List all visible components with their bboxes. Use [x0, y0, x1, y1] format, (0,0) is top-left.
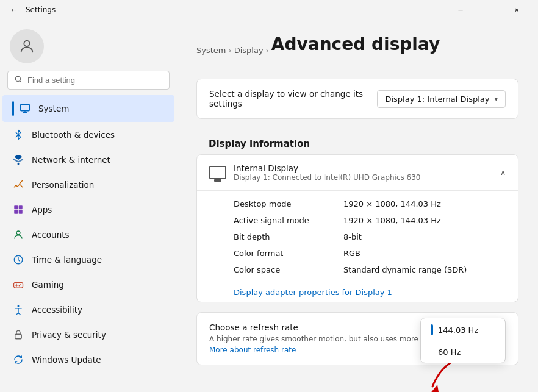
- display-dropdown[interactable]: Display 1: Internal Display ▾: [377, 90, 506, 108]
- svg-rect-4: [14, 205, 18, 209]
- close-button[interactable]: ✕: [503, 0, 531, 20]
- chevron-down-icon: ▾: [494, 95, 498, 103]
- search-icon: [14, 75, 23, 85]
- display-selector-card: Select a display to view or change its s…: [196, 79, 518, 119]
- sidebar-item-label: Network & internet: [32, 155, 110, 165]
- info-row-bitdepth: Bit depth 8-bit: [234, 229, 506, 245]
- info-rows: Desktop mode 1920 × 1080, 144.03 Hz Acti…: [197, 191, 518, 283]
- sidebar-item-personalization[interactable]: Personalization: [2, 173, 174, 197]
- sidebar-item-network[interactable]: Network & internet: [2, 148, 174, 172]
- display-info-header[interactable]: Internal Display Display 1: Connected to…: [197, 155, 518, 191]
- display-name-block: Internal Display Display 1: Connected to…: [234, 163, 421, 182]
- info-label-colorformat: Color format: [234, 249, 331, 258]
- info-row-desktop: Desktop mode 1920 × 1080, 144.03 Hz: [234, 196, 506, 212]
- breadcrumb-display[interactable]: Display: [234, 46, 264, 55]
- breadcrumb: System › Display › Advanced display: [196, 34, 518, 66]
- sidebar-item-label: Accessibility: [32, 305, 82, 315]
- sidebar-item-label: Apps: [32, 205, 52, 215]
- accounts-icon: [12, 229, 24, 241]
- sidebar-item-label: System: [38, 104, 69, 113]
- titlebar: ← Settings ─ □ ✕: [0, 0, 538, 20]
- update-icon: [12, 354, 24, 366]
- sidebar: System Bluetooth & devices: [0, 20, 177, 392]
- accessibility-icon: [12, 304, 24, 316]
- sidebar-item-update[interactable]: Windows Update: [2, 347, 174, 372]
- app-body: System Bluetooth & devices: [0, 20, 538, 392]
- svg-rect-2: [21, 104, 30, 111]
- svg-point-0: [24, 41, 29, 46]
- sidebar-item-label: Time & language: [32, 255, 102, 265]
- sidebar-item-label: Personalization: [32, 180, 94, 190]
- refresh-option-60[interactable]: 60 Hz: [421, 341, 505, 363]
- svg-point-11: [20, 284, 21, 285]
- display-name: Internal Display: [234, 163, 421, 173]
- info-row-colorformat: Color format RGB: [234, 245, 506, 262]
- time-icon: [12, 254, 24, 266]
- network-icon: [12, 154, 24, 166]
- minimize-button[interactable]: ─: [447, 0, 475, 20]
- svg-point-8: [16, 231, 20, 235]
- selected-indicator: [431, 324, 433, 335]
- sidebar-item-label: Bluetooth & devices: [32, 130, 115, 140]
- svg-rect-14: [15, 334, 22, 339]
- svg-rect-6: [14, 210, 18, 214]
- display-selector-row: Select a display to view or change its s…: [197, 79, 518, 118]
- sidebar-item-label: Privacy & security: [32, 330, 106, 340]
- sidebar-item-accessibility[interactable]: Accessibility: [2, 298, 174, 322]
- info-label-colorspace: Color space: [234, 265, 331, 274]
- info-label-desktop: Desktop mode: [234, 199, 331, 208]
- page-heading: System › Display › Advanced display: [196, 34, 518, 66]
- privacy-icon: [12, 329, 24, 341]
- sidebar-item-privacy[interactable]: Privacy & security: [2, 323, 174, 347]
- search-box[interactable]: [7, 71, 170, 90]
- back-button[interactable]: ←: [7, 4, 21, 16]
- titlebar-controls: ─ □ ✕: [447, 0, 531, 20]
- avatar: [10, 29, 44, 63]
- info-row-colorspace: Color space Standard dynamic range (SDR): [234, 262, 506, 278]
- info-value-colorspace: Standard dynamic range (SDR): [343, 265, 467, 274]
- svg-point-1: [15, 76, 20, 81]
- refresh-rate-dropdown[interactable]: 144.03 Hz 60 Hz: [420, 318, 506, 363]
- display-info-header-left: Internal Display Display 1: Connected to…: [209, 163, 421, 182]
- apps-icon: [12, 204, 24, 216]
- info-value-bitdepth: 8-bit: [343, 232, 362, 241]
- sidebar-item-bluetooth[interactable]: Bluetooth & devices: [2, 123, 174, 147]
- sidebar-item-label: Windows Update: [32, 355, 101, 365]
- sidebar-item-system[interactable]: System: [2, 95, 174, 122]
- refresh-option-144[interactable]: 144.03 Hz: [421, 318, 505, 341]
- sidebar-item-gaming[interactable]: Gaming: [2, 273, 174, 297]
- collapse-icon[interactable]: ∧: [500, 168, 506, 177]
- display-info-section: Display information Internal Display Dis…: [196, 129, 518, 302]
- adapter-properties-link[interactable]: Display adapter properties for Display 1: [197, 283, 518, 302]
- breadcrumb-system[interactable]: System: [196, 46, 226, 55]
- display-selector-label: Select a display to view or change its s…: [209, 89, 368, 109]
- personalization-icon: [12, 179, 24, 191]
- svg-rect-7: [19, 210, 23, 214]
- display-dropdown-value: Display 1: Internal Display: [385, 94, 489, 104]
- monitor-icon: [209, 166, 226, 179]
- sidebar-item-label: Gaming: [32, 280, 64, 290]
- titlebar-left: ← Settings: [7, 4, 56, 16]
- sidebar-item-apps[interactable]: Apps: [2, 198, 174, 222]
- refresh-rate-card: Choose a refresh rate A higher rate give…: [196, 312, 518, 365]
- refresh-rate-link[interactable]: More about refresh rate: [209, 346, 296, 354]
- active-indicator: [12, 101, 14, 116]
- info-row-signal: Active signal mode 1920 × 1080, 144.03 H…: [234, 212, 506, 229]
- breadcrumb-sep2: ›: [266, 46, 269, 55]
- sidebar-item-time[interactable]: Time & language: [2, 248, 174, 272]
- breadcrumb-sep1: ›: [228, 46, 231, 55]
- titlebar-title: Settings: [26, 5, 56, 14]
- refresh-option-label: 60 Hz: [438, 347, 461, 357]
- sidebar-item-accounts[interactable]: Accounts: [2, 223, 174, 247]
- search-input[interactable]: [27, 76, 163, 85]
- page-title: Advanced display: [271, 34, 440, 54]
- maximize-button[interactable]: □: [475, 0, 503, 20]
- info-value-signal: 1920 × 1080, 144.03 Hz: [343, 216, 441, 225]
- display-info-section-title: Display information: [196, 129, 518, 154]
- system-icon: [19, 102, 31, 115]
- info-label-signal: Active signal mode: [234, 216, 331, 225]
- svg-rect-5: [19, 205, 23, 209]
- sidebar-nav: System Bluetooth & devices: [0, 94, 177, 372]
- sidebar-item-label: Accounts: [32, 230, 70, 240]
- info-value-desktop: 1920 × 1080, 144.03 Hz: [343, 199, 441, 208]
